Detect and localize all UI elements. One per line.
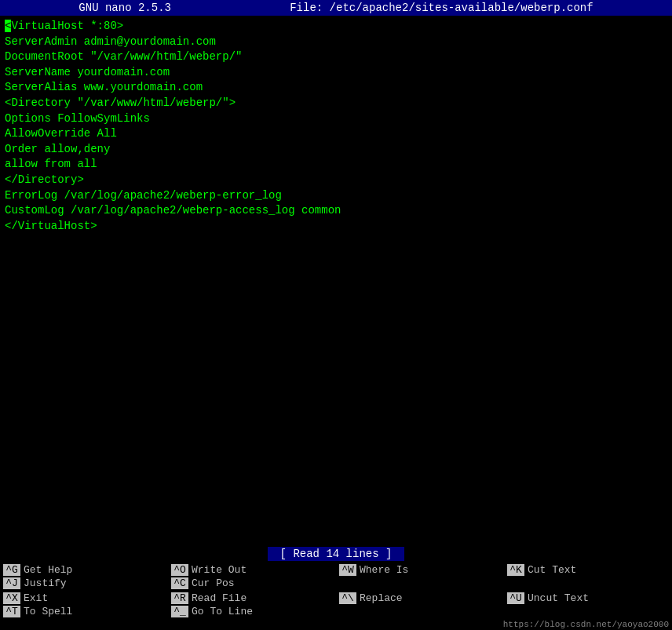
shortcut-item[interactable]: ^UUncut Text bbox=[504, 592, 672, 605]
shortcut-key: ^\ bbox=[339, 592, 356, 604]
shortcut-item[interactable]: ^GGet Help bbox=[0, 563, 168, 577]
shortcut-label: Replace bbox=[360, 592, 403, 604]
shortcut-key: ^O bbox=[171, 564, 188, 576]
shortcut-key: ^G bbox=[3, 564, 20, 576]
shortcut-key: ^J bbox=[3, 577, 20, 589]
shortcut-row-2: ^XExit^RRead File^\Replace^UUncut Text^T… bbox=[0, 591, 672, 619]
shortcut-key: ^K bbox=[507, 564, 524, 576]
shortcut-key: ^R bbox=[171, 592, 188, 604]
editor-content: <VirtualHost *:80> ServerAdmin admin@you… bbox=[5, 19, 667, 234]
shortcut-label: Write Out bbox=[192, 564, 247, 576]
editor-area[interactable]: <VirtualHost *:80> ServerAdmin admin@you… bbox=[0, 16, 672, 545]
url-bar: https://blog.csdn.net/yaoyao2000 bbox=[0, 619, 672, 630]
shortcut-row-1: ^GGet Help^OWrite Out^WWhere Is^KCut Tex… bbox=[0, 563, 672, 591]
shortcut-label: Cur Pos bbox=[192, 577, 235, 589]
shortcut-label: Get Help bbox=[24, 564, 72, 576]
shortcut-item[interactable]: ^OWrite Out bbox=[168, 563, 336, 577]
title-bar: GNU nano 2.5.3 File: /etc/apache2/sites-… bbox=[0, 0, 672, 16]
shortcut-row-2-inner: ^XExit^RRead File^\Replace^UUncut Text^T… bbox=[0, 592, 672, 618]
shortcut-key: ^C bbox=[171, 577, 188, 589]
shortcut-label: Cut Text bbox=[528, 564, 576, 576]
status-message: [ Read 14 lines ] bbox=[268, 547, 405, 561]
shortcut-label: Uncut Text bbox=[528, 592, 589, 604]
shortcut-key: ^T bbox=[3, 606, 20, 617]
shortcut-label: Where Is bbox=[360, 564, 408, 576]
shortcut-item[interactable]: ^TTo Spell bbox=[0, 605, 168, 618]
shortcut-item[interactable]: ^RRead File bbox=[168, 592, 336, 605]
shortcut-key: ^_ bbox=[171, 606, 188, 617]
shortcut-item[interactable]: ^CCur Pos bbox=[168, 577, 336, 590]
app-name: GNU nano 2.5.3 bbox=[79, 2, 171, 14]
shortcut-item[interactable]: ^KCut Text bbox=[504, 563, 672, 577]
shortcut-label: To Spell bbox=[24, 606, 72, 617]
status-bar: [ Read 14 lines ] bbox=[0, 545, 672, 563]
url-text: https://blog.csdn.net/yaoyao2000 bbox=[503, 620, 669, 629]
shortcut-row: ^GGet Help^OWrite Out^WWhere Is^KCut Tex… bbox=[0, 563, 672, 590]
shortcut-item[interactable]: ^_Go To Line bbox=[168, 605, 336, 618]
shortcut-label: Exit bbox=[24, 592, 48, 604]
shortcut-label: Go To Line bbox=[192, 606, 253, 617]
shortcut-item[interactable]: ^\Replace bbox=[336, 592, 504, 605]
shortcut-key: ^X bbox=[3, 592, 20, 604]
file-path: File: /etc/apache2/sites-available/weber… bbox=[290, 2, 593, 14]
shortcut-key: ^W bbox=[339, 564, 356, 576]
shortcut-item[interactable]: ^XExit bbox=[0, 592, 168, 605]
shortcut-label: Read File bbox=[192, 592, 247, 604]
shortcut-item[interactable]: ^JJustify bbox=[0, 577, 168, 590]
bottom-bar: ^GGet Help^OWrite Out^WWhere Is^KCut Tex… bbox=[0, 563, 672, 619]
shortcut-key: ^U bbox=[507, 592, 524, 604]
shortcut-item[interactable]: ^WWhere Is bbox=[336, 563, 504, 577]
shortcut-label: Justify bbox=[24, 577, 67, 589]
